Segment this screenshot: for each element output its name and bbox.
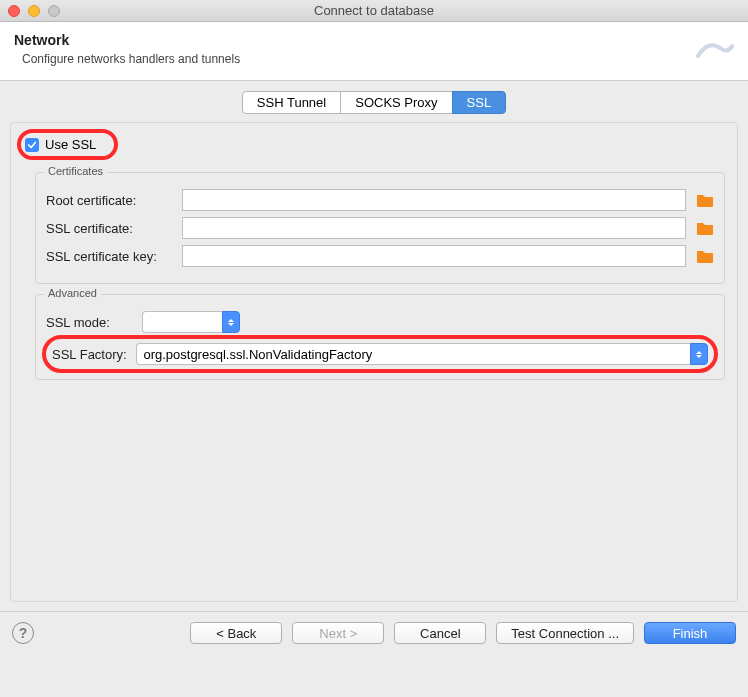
ssl-factory-value: org.postgresql.ssl.NonValidatingFactory	[136, 343, 690, 365]
titlebar: Connect to database	[0, 0, 748, 22]
root-cert-row: Root certificate:	[46, 189, 714, 211]
root-cert-input[interactable]	[182, 189, 686, 211]
cancel-button[interactable]: Cancel	[394, 622, 486, 644]
ssl-mode-label: SSL mode:	[46, 315, 136, 330]
page-title: Network	[14, 32, 734, 48]
page-subtitle: Configure networks handlers and tunnels	[22, 52, 734, 66]
tab-bar: SSH Tunnel SOCKS Proxy SSL	[10, 91, 738, 114]
use-ssl-checkbox[interactable]	[25, 138, 39, 152]
advanced-legend: Advanced	[44, 287, 101, 299]
browse-ssl-key-icon[interactable]	[696, 248, 714, 264]
back-button[interactable]: < Back	[190, 622, 282, 644]
advanced-fieldset: Advanced SSL mode: SSL Factory: org.post…	[35, 294, 725, 380]
ssl-factory-label: SSL Factory:	[52, 347, 130, 362]
tab-ssh-tunnel[interactable]: SSH Tunnel	[242, 91, 341, 114]
window-title: Connect to database	[0, 3, 748, 18]
certificates-legend: Certificates	[44, 165, 107, 177]
browse-ssl-cert-icon[interactable]	[696, 220, 714, 236]
tab-socks-proxy[interactable]: SOCKS Proxy	[340, 91, 452, 114]
ssl-key-input[interactable]	[182, 245, 686, 267]
use-ssl-label: Use SSL	[45, 137, 96, 152]
ssl-mode-row: SSL mode:	[46, 311, 714, 333]
ssl-mode-select[interactable]	[142, 311, 240, 333]
highlight-ssl-factory: SSL Factory: org.postgresql.ssl.NonValid…	[42, 335, 718, 373]
ssl-cert-label: SSL certificate:	[46, 221, 176, 236]
root-cert-label: Root certificate:	[46, 193, 176, 208]
content-area: SSH Tunnel SOCKS Proxy SSL Use SSL Certi…	[0, 81, 748, 611]
ssl-mode-value	[142, 311, 222, 333]
tab-ssl[interactable]: SSL	[452, 91, 507, 114]
footer: ? < Back Next > Cancel Test Connection .…	[0, 611, 748, 654]
ssl-key-row: SSL certificate key:	[46, 245, 714, 267]
next-button: Next >	[292, 622, 384, 644]
header-decoration-icon	[694, 26, 734, 66]
ssl-key-label: SSL certificate key:	[46, 249, 176, 264]
finish-button[interactable]: Finish	[644, 622, 736, 644]
ssl-factory-select[interactable]: org.postgresql.ssl.NonValidatingFactory	[136, 343, 708, 365]
ssl-cert-input[interactable]	[182, 217, 686, 239]
chevron-updown-icon	[222, 311, 240, 333]
browse-root-cert-icon[interactable]	[696, 192, 714, 208]
help-icon[interactable]: ?	[12, 622, 34, 644]
test-connection-button[interactable]: Test Connection ...	[496, 622, 634, 644]
ssl-cert-row: SSL certificate:	[46, 217, 714, 239]
highlight-use-ssl: Use SSL	[17, 129, 118, 160]
ssl-factory-row: SSL Factory: org.postgresql.ssl.NonValid…	[52, 343, 708, 365]
use-ssl-row: Use SSL	[25, 135, 96, 154]
chevron-updown-icon	[690, 343, 708, 365]
ssl-panel: Use SSL Certificates Root certificate: S…	[10, 122, 738, 602]
page-header: Network Configure networks handlers and …	[0, 22, 748, 81]
certificates-fieldset: Certificates Root certificate: SSL certi…	[35, 172, 725, 284]
